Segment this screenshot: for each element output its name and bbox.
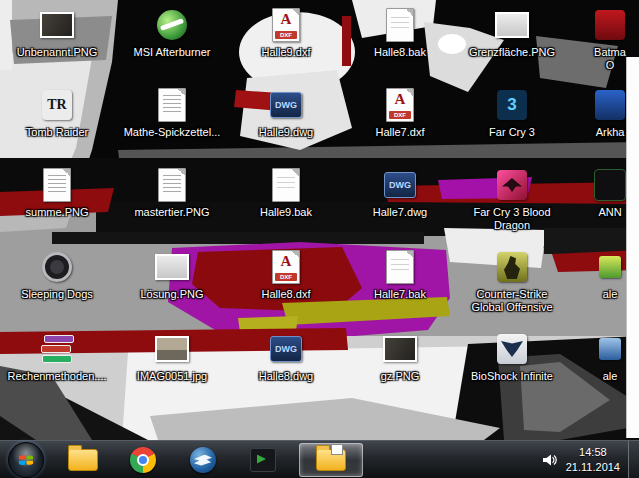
arkham-game-icon xyxy=(595,90,625,120)
icon-label: Unbenannt.PNG xyxy=(17,46,98,59)
desktop-icon[interactable]: DWGHalle9.dwg xyxy=(231,86,341,139)
icon-label-line: Halle8.dwg xyxy=(259,370,313,382)
clock-time: 14:58 xyxy=(566,445,620,459)
icon-label-line: ANN xyxy=(598,206,621,218)
icon-label: Halle7.dxf xyxy=(376,126,425,139)
icon-label-line: Rechenmethoden.... xyxy=(7,370,106,382)
icon-label-line: Far Cry 3 Blood Dragon xyxy=(473,206,550,231)
icon-label-line: Sleeping Dogs xyxy=(21,288,93,300)
icon-label: Halle9.dwg xyxy=(259,126,313,139)
desktop-icon[interactable]: TRTomb Raider xyxy=(2,86,112,139)
icon-label: Halle9.bak xyxy=(260,206,312,219)
dwg-file-icon: DWG xyxy=(270,336,302,362)
start-button[interactable] xyxy=(8,442,44,478)
icon-label: Tomb Raider xyxy=(26,126,88,139)
icon-label: Halle8.dxf xyxy=(262,288,311,301)
desktop-icon[interactable]: mastertier.PNG xyxy=(117,166,227,219)
desktop-icon[interactable]: Counter-Strike Global Offensive xyxy=(457,248,567,314)
desktop-icon[interactable]: BioShock Infinite xyxy=(457,330,567,383)
icon-label-line: Mathe-Spickzettel... xyxy=(124,126,221,138)
show-desktop-button[interactable] xyxy=(628,441,639,478)
windows-logo-icon xyxy=(17,451,35,469)
icon-label-line: gz.PNG xyxy=(381,370,420,382)
icon-label-line: summe.PNG xyxy=(26,206,89,218)
icon-label: Lösung.PNG xyxy=(141,288,204,301)
dwg-file-icon: DWG xyxy=(384,172,416,198)
bioshock-infinite-icon xyxy=(497,334,527,364)
taskbar-button-thunderbird[interactable] xyxy=(173,441,233,478)
desktop-icon[interactable]: Lösung.PNG xyxy=(117,248,227,301)
desktop-icon[interactable]: Halle8.bak xyxy=(345,6,455,59)
desktop-icon[interactable]: IMAG0051.jpg xyxy=(117,330,227,383)
desktop-icon[interactable]: DWGHalle7.dwg xyxy=(345,166,455,219)
taskbar-button-app[interactable] xyxy=(233,441,293,478)
icon-label-line: Batma xyxy=(594,46,626,58)
icon-label: IMAG0051.jpg xyxy=(137,370,207,383)
icon-label-line: Halle7.bak xyxy=(374,288,426,300)
taskbar-clock[interactable]: 14:58 21.11.2014 xyxy=(566,445,620,474)
desktop-icon[interactable]: MSI Afterburner xyxy=(117,6,227,59)
png-thumbnail-icon xyxy=(40,12,74,38)
dwg-file-icon: DWG xyxy=(270,92,302,118)
taskbar-button-explorer[interactable] xyxy=(53,441,113,478)
desktop-icon[interactable]: Halle9.bak xyxy=(231,166,341,219)
blood-dragon-icon xyxy=(497,170,527,200)
icon-label-line: Halle9.dwg xyxy=(259,126,313,138)
desktop-icon[interactable]: Far Cry 3 Blood Dragon xyxy=(457,166,567,232)
desktop-icon[interactable]: Grenzfläche.PNG xyxy=(457,6,567,59)
icon-label: MSI Afterburner xyxy=(133,46,210,59)
desktop-icon[interactable]: gz.PNG xyxy=(345,330,455,383)
image-preview-icon xyxy=(43,168,71,202)
folder-icon xyxy=(68,449,98,471)
icon-label: mastertier.PNG xyxy=(134,206,209,219)
winrar-archive-icon xyxy=(42,335,72,363)
chrome-icon xyxy=(130,447,156,473)
dxf-file-icon: ADXF xyxy=(272,250,300,284)
icon-label-line: Grenzfläche.PNG xyxy=(469,46,555,58)
icon-label-line: O xyxy=(606,59,615,71)
taskbar-button-chrome[interactable] xyxy=(113,441,173,478)
desktop-icon[interactable]: Rechenmethoden.... xyxy=(2,330,112,383)
bak-file-icon xyxy=(272,168,300,202)
taskbar: 14:58 21.11.2014 xyxy=(0,440,639,478)
icon-label: Sleeping Dogs xyxy=(21,288,93,301)
desktop-icon[interactable]: Sleeping Dogs xyxy=(2,248,112,301)
speaker-icon[interactable] xyxy=(543,454,558,466)
right-white-strip xyxy=(626,57,639,438)
desktop-icon[interactable]: 3Far Cry 3 xyxy=(457,86,567,139)
icon-label: Far Cry 3 xyxy=(489,126,535,139)
icon-label-line: Counter-Strike Global Offensive xyxy=(471,288,552,313)
icon-label-line: Halle9.bak xyxy=(260,206,312,218)
icon-label-line: Halle7.dxf xyxy=(376,126,425,138)
icon-label-line: Halle8.bak xyxy=(374,46,426,58)
jpg-thumbnail-icon xyxy=(155,336,189,362)
desktop-icon[interactable]: ADXFHalle9.dxf xyxy=(231,6,341,59)
csgo-icon xyxy=(497,252,527,282)
icon-label: Halle9.dxf xyxy=(262,46,311,59)
icon-label: BatmaO xyxy=(594,46,626,72)
taskbar-window-explorer[interactable] xyxy=(299,443,363,477)
icon-label-line: BioShock Infinite xyxy=(471,370,553,382)
icon-label-line: mastertier.PNG xyxy=(134,206,209,218)
icon-label-line: Arkha xyxy=(596,126,625,138)
icon-label-line: Halle7.dwg xyxy=(373,206,427,218)
image-preview-icon xyxy=(158,168,186,202)
desktop-icon[interactable]: Mathe-Spickzettel... xyxy=(117,86,227,139)
shortcut-icon xyxy=(599,256,621,278)
icon-label-line: ale xyxy=(603,288,618,300)
icon-label: Grenzfläche.PNG xyxy=(469,46,555,59)
sleeping-dogs-icon xyxy=(42,252,72,282)
desktop-icon[interactable]: ADXFHalle7.dxf xyxy=(345,86,455,139)
desktop-icon[interactable]: Halle7.bak xyxy=(345,248,455,301)
icon-label-line: MSI Afterburner xyxy=(133,46,210,58)
bak-file-icon xyxy=(386,8,414,42)
game-icon xyxy=(594,169,626,201)
batman-game-icon xyxy=(595,10,625,40)
thunderbird-icon xyxy=(190,447,216,473)
desktop-icon[interactable]: Unbenannt.PNG xyxy=(2,6,112,59)
desktop-icon[interactable]: summe.PNG xyxy=(2,166,112,219)
desktop-icon[interactable]: ADXFHalle8.dxf xyxy=(231,248,341,301)
icon-label: Halle8.bak xyxy=(374,46,426,59)
desktop-icon[interactable]: DWGHalle8.dwg xyxy=(231,330,341,383)
icon-label: Halle8.dwg xyxy=(259,370,313,383)
